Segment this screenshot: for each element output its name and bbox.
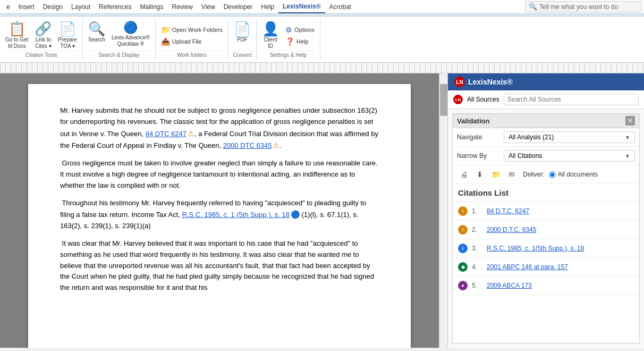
help-icon: ❓: [285, 37, 294, 46]
main-area: Mr. Harvey submits that he should not be…: [0, 73, 644, 348]
citation-icon-2: !: [458, 225, 468, 235]
email-button[interactable]: ✉: [505, 168, 519, 181]
validation-panel: Validation ✕ Navigate All Analysis (21) …: [452, 113, 640, 344]
scroll-thumb[interactable]: [440, 84, 447, 116]
warning-icon-2: ⚠: [273, 141, 279, 149]
link-to-cites-button[interactable]: 🔗 Link toCites ▾: [32, 21, 54, 51]
validation-close-button[interactable]: ✕: [625, 116, 635, 126]
menu-insert[interactable]: Insert: [14, 1, 39, 13]
citation-item-2[interactable]: ! 2. 2000 D.T.C. 6345: [453, 221, 639, 239]
pdf-label: PDF: [237, 37, 248, 43]
search-display-group-label: Search & Display: [86, 51, 152, 58]
menu-review[interactable]: Review: [167, 1, 197, 13]
menu-mailings[interactable]: Mailings: [135, 1, 167, 13]
goto-docs-label: Go to GetId Docs: [5, 37, 28, 49]
menu-references[interactable]: References: [95, 1, 135, 13]
citation-num-4: 4.: [472, 263, 482, 271]
ruler: [0, 63, 644, 73]
narrow-by-dropdown[interactable]: All Citations ▼: [504, 150, 635, 162]
lexis-advance-icon: 🔵: [123, 22, 138, 34]
citation-item-5[interactable]: ● 5. 2009 ABCA 173: [453, 277, 639, 295]
convert-group: 📄 PDF Convert: [228, 19, 257, 60]
all-documents-option[interactable]: All documents: [549, 171, 598, 178]
options-icon: ⚙: [285, 26, 292, 34]
print-button[interactable]: 🖨: [457, 168, 471, 181]
citation-icon-4: ◆: [458, 262, 468, 272]
options-button[interactable]: ⚙ Options: [283, 25, 317, 35]
citation-link-item-5[interactable]: 2009 ABCA 173: [487, 282, 532, 289]
citation-tools-group: 📋 Go to GetId Docs 🔗 Link toCites ▾ 📄 Pr…: [0, 19, 83, 60]
citation-link-item-1[interactable]: 84 D.T.C. 6247: [487, 207, 529, 215]
settings-group: 👤 ClientID ⚙ Options ❓ Help Settings & H…: [257, 19, 320, 60]
pdf-icon: 📄: [234, 22, 251, 36]
citation-link-item-4[interactable]: 2001 ABPC 146 at para. 157: [487, 263, 568, 271]
help-button[interactable]: ❓ Help: [283, 37, 317, 46]
navigate-label: Navigate: [457, 133, 499, 141]
panel-header: LN LexisNexis®: [448, 73, 644, 90]
scroll-bar[interactable]: [439, 73, 447, 348]
citation-tools-buttons: 📋 Go to GetId Docs 🔗 Link toCites ▾ 📄 Pr…: [3, 21, 79, 51]
citation-link-1[interactable]: 84 DTC 6247: [146, 130, 187, 138]
upload-file-button[interactable]: 📤 Upload File: [159, 37, 225, 46]
prepare-toa-button[interactable]: 📄 PrepareTOA ▾: [56, 21, 79, 51]
menu-view[interactable]: View: [197, 1, 219, 13]
goto-docs-button[interactable]: 📋 Go to GetId Docs: [3, 21, 30, 51]
narrow-by-row: Narrow By All Citations ▼: [453, 147, 639, 165]
deliver-label: Deliver:: [523, 171, 545, 178]
link-cites-label: Link toCites ▾: [35, 37, 52, 49]
convert-group-label: Convert: [232, 51, 253, 58]
menu-help[interactable]: Help: [257, 1, 278, 13]
citations-list: Citations List ! 1. 84 D.T.C. 6247 ! 2. …: [453, 184, 639, 343]
document-scroll[interactable]: Mr. Harvey submits that he should not be…: [0, 73, 439, 348]
paragraph-3: Throughout his testimony Mr. Harvey freq…: [60, 198, 379, 232]
menu-acrobat[interactable]: Acrobat: [325, 1, 355, 13]
citation-item-1[interactable]: ! 1. 84 D.T.C. 6247: [453, 202, 639, 221]
upload-icon: 📤: [161, 37, 170, 46]
citation-icon-3: i: [458, 244, 468, 253]
lexisnexis-logo: LN: [454, 77, 465, 87]
ruler-marks: [0, 63, 644, 73]
menu-lexisnexis[interactable]: LexisNexis®: [278, 1, 325, 13]
settings-group-label: Settings & Help: [260, 51, 317, 58]
upload-file-label: Upload File: [172, 38, 202, 45]
lexis-advance-button[interactable]: 🔵 Lexis Advance®Quicklaw ®: [109, 21, 152, 51]
sources-search-input[interactable]: [504, 94, 639, 105]
citation-link-2[interactable]: 2000 DTC 6345: [223, 141, 272, 149]
download-button[interactable]: ⬇: [473, 168, 487, 181]
citation-tools-group-label: Citation Tools: [3, 51, 79, 58]
citation-link-item-3[interactable]: R.S.C. 1985, c. 1(5th Supp.), s. 18: [487, 245, 584, 252]
search-ribbon-icon: 🔍: [88, 22, 105, 36]
open-work-folders-button[interactable]: 📁 Open Work Folders: [159, 25, 225, 35]
tell-me-search[interactable]: 🔍 Tell me what you want to do: [525, 1, 642, 12]
all-documents-radio[interactable]: [549, 171, 556, 178]
sources-label: All Sources: [467, 96, 499, 103]
pdf-button[interactable]: 📄 PDF: [232, 21, 253, 51]
lexis-advance-label: Lexis Advance®Quicklaw ®: [112, 35, 150, 47]
open-folders-label: Open Work Folders: [172, 27, 223, 33]
client-id-button[interactable]: 👤 ClientID: [260, 21, 281, 51]
folder-button[interactable]: 📁: [489, 168, 503, 181]
navigate-dropdown[interactable]: All Analysis (21) ▼: [504, 131, 635, 143]
validation-title: Validation: [457, 117, 489, 125]
work-folders-group-label: Work folders: [159, 51, 225, 58]
validation-header: Validation ✕: [453, 114, 639, 128]
citation-item-4[interactable]: ◆ 4. 2001 ABPC 146 at para. 157: [453, 258, 639, 277]
ribbon-content: 📋 Go to GetId Docs 🔗 Link toCites ▾ 📄 Pr…: [0, 16, 644, 62]
search-button[interactable]: 🔍 Search: [86, 21, 107, 51]
navigate-dropdown-arrow: ▼: [625, 135, 630, 140]
prepare-toa-label: PrepareTOA ▾: [58, 37, 77, 49]
citation-icon-1: !: [458, 206, 468, 216]
citation-link-3[interactable]: R.S.C. 1985, c. 1 (5th Supp.), s. 18: [182, 211, 290, 219]
menu-developer[interactable]: Developer: [219, 1, 257, 13]
menu-design[interactable]: Design: [39, 1, 67, 13]
menu-file[interactable]: e: [2, 1, 14, 13]
help-label: Help: [296, 38, 309, 45]
convert-buttons: 📄 PDF: [232, 21, 253, 51]
citations-list-header: Citations List: [453, 184, 639, 202]
citation-link-item-2[interactable]: 2000 D.T.C. 6345: [487, 226, 536, 233]
goto-docs-icon: 📋: [9, 22, 26, 36]
citation-item-3[interactable]: i 3. R.S.C. 1985, c. 1(5th Supp.), s. 18: [453, 239, 639, 258]
menu-layout[interactable]: Layout: [67, 1, 95, 13]
narrow-by-label: Narrow By: [457, 152, 499, 160]
navigate-row: Navigate All Analysis (21) ▼: [453, 128, 639, 147]
